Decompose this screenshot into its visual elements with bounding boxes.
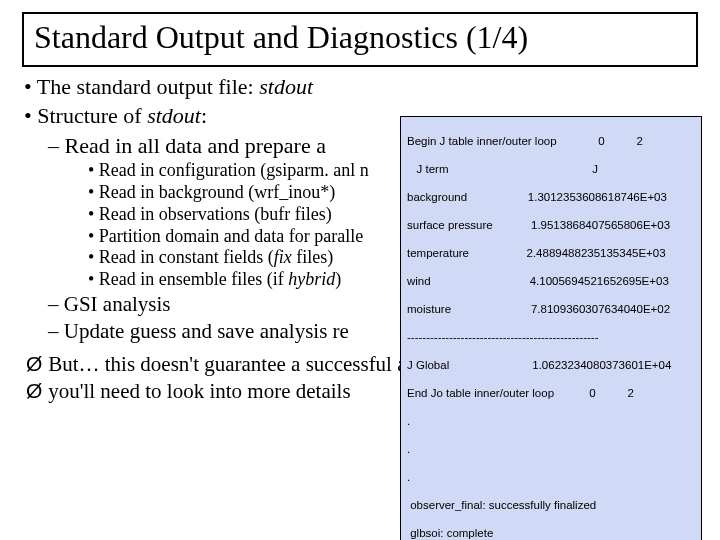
title-text: Standard Output and Diagnostics (1/4)	[34, 19, 528, 55]
stdout-snippet: Begin J table inner/outer loop 0 2 J ter…	[400, 116, 702, 540]
snippet-line: .	[407, 414, 695, 428]
snippet-line: End Jo table inner/outer loop 0 2	[407, 386, 695, 400]
snippet-line: J Global 1.0623234080373601E+04	[407, 358, 695, 372]
snippet-line: ----------------------------------------…	[407, 330, 695, 344]
snippet-line: background 1.3012353608618746E+03	[407, 190, 695, 204]
snippet-line: temperature 2.4889488235135345E+03	[407, 246, 695, 260]
bullet-stdout-file: The standard output file: stdout	[24, 73, 696, 101]
snippet-line: Begin J table inner/outer loop 0 2	[407, 134, 695, 148]
snippet-line: moisture 7.8109360307634040E+02	[407, 302, 695, 316]
snippet-line: observer_final: successfully finalized	[407, 498, 695, 512]
slide-title: Standard Output and Diagnostics (1/4)	[22, 12, 698, 67]
snippet-line: .	[407, 470, 695, 484]
snippet-line: wind 4.1005694521652695E+03	[407, 274, 695, 288]
snippet-line: .	[407, 442, 695, 456]
snippet-line: surface pressure 1.9513868407565806E+03	[407, 218, 695, 232]
snippet-line: J term J	[407, 162, 695, 176]
snippet-line: glbsoi: complete	[407, 526, 695, 540]
